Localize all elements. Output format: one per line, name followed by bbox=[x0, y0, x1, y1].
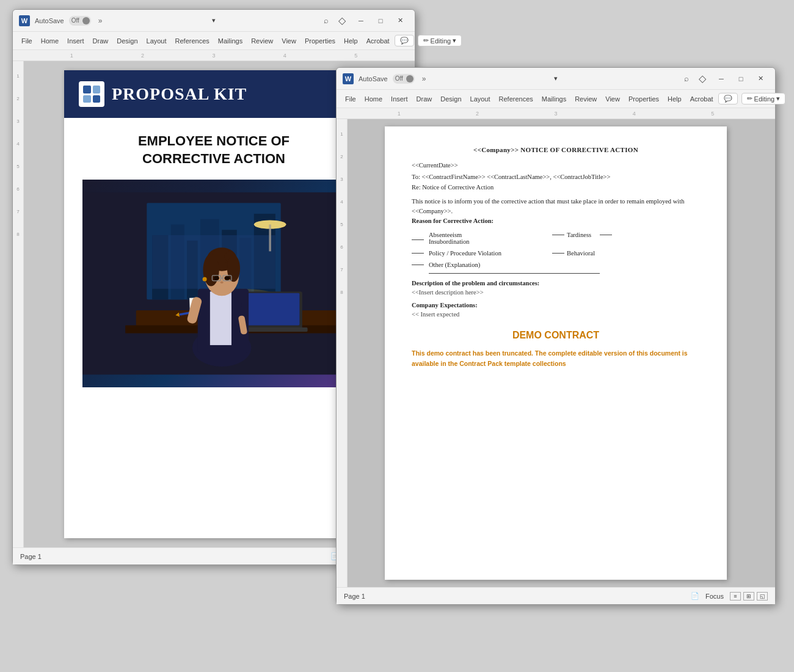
ribbon-prop-back[interactable]: Properties bbox=[301, 35, 339, 46]
ruler-num-front-2: 2 bbox=[340, 154, 343, 159]
checkbox-insubordination: Insubordination bbox=[429, 238, 470, 245]
checkbox-policy: Policy / Procedure Violation bbox=[429, 250, 534, 257]
svg-point-12 bbox=[254, 221, 286, 229]
ribbon-draw-front[interactable]: Draw bbox=[413, 93, 436, 104]
title-dropdown-front[interactable]: ▾ bbox=[554, 75, 558, 82]
diamond-icon-back[interactable]: ◇ bbox=[337, 15, 348, 26]
notice-body: This notice is to inform you of the corr… bbox=[412, 197, 700, 225]
page-icon-front[interactable]: 📄 bbox=[691, 592, 699, 600]
doc-page-back[interactable]: PROPOSAL KIT EMPLOYEE NOTICE OF CORRECTI… bbox=[64, 70, 363, 538]
autosave-label-front: AutoSave bbox=[359, 75, 388, 82]
ribbon-review-back[interactable]: Review bbox=[247, 35, 277, 46]
maximize-button-back[interactable]: □ bbox=[372, 15, 389, 27]
titlebar-center-back: ▾ bbox=[117, 16, 311, 24]
ruler-num-back: 4 bbox=[16, 141, 19, 147]
autosave-toggle-back[interactable]: Off bbox=[69, 16, 91, 26]
ribbon-file-back[interactable]: File bbox=[18, 35, 36, 46]
ruler-num-front-5: 5 bbox=[340, 222, 343, 227]
comment-button-back[interactable]: 💬 bbox=[395, 35, 414, 46]
comment-button-front[interactable]: 💬 bbox=[718, 93, 738, 104]
maximize-button-front[interactable]: □ bbox=[732, 73, 749, 85]
ribbon-layout-front[interactable]: Layout bbox=[467, 93, 494, 104]
svg-point-34 bbox=[203, 254, 219, 287]
editing-chevron-back: ▾ bbox=[453, 37, 456, 45]
view-icon-3-front[interactable]: ◱ bbox=[757, 592, 768, 601]
notice-to: To: <<ContractFirstName>> <<ContractLast… bbox=[412, 173, 700, 180]
ribbon-view-front[interactable]: View bbox=[602, 93, 624, 104]
word-icon-back: W bbox=[19, 15, 30, 26]
ribbon-home-back[interactable]: Home bbox=[37, 35, 62, 46]
editing-label-front: Editing bbox=[754, 95, 775, 103]
ribbon-insert-back[interactable]: Insert bbox=[64, 35, 88, 46]
ribbon-acrobat-front[interactable]: Acrobat bbox=[687, 93, 717, 104]
demo-contract-body: This demo contract has been truncated. T… bbox=[412, 348, 700, 369]
diamond-icon-front[interactable]: ◇ bbox=[697, 73, 708, 84]
comment-icon-front: 💬 bbox=[724, 95, 732, 103]
svg-point-42 bbox=[203, 277, 207, 282]
ribbon-file-front[interactable]: File bbox=[341, 93, 360, 104]
ribbon-acrobat-back[interactable]: Acrobat bbox=[363, 35, 393, 46]
ribbon-mailings-back[interactable]: Mailings bbox=[214, 35, 246, 46]
view-icon-2-front[interactable]: ⊞ bbox=[743, 592, 754, 601]
close-button-front[interactable]: ✕ bbox=[752, 73, 769, 85]
titlebar-center-front: ▾ bbox=[450, 75, 663, 82]
autosave-toggle-front[interactable]: Off bbox=[393, 74, 415, 84]
ribbon-insert-front[interactable]: Insert bbox=[387, 93, 412, 104]
search-icon-back[interactable]: ⌕ bbox=[321, 15, 332, 26]
titlebar-right-back: ⌕ ◇ ─ □ ✕ bbox=[311, 15, 409, 27]
ribbon-review-front[interactable]: Review bbox=[571, 93, 600, 104]
titlebar-front: W AutoSave Off » ▾ ⌕ ◇ ─ □ ✕ bbox=[337, 68, 775, 90]
description-label: Description of the problem and circumsta… bbox=[412, 280, 700, 287]
logo-square-2 bbox=[93, 86, 101, 93]
ribbon-design-back[interactable]: Design bbox=[113, 35, 141, 46]
top-ruler-front: 1 2 3 4 5 bbox=[337, 108, 775, 119]
editing-button-front[interactable]: ✏ Editing ▾ bbox=[741, 93, 786, 104]
titlebar-right-front: ⌕ ◇ ─ □ ✕ bbox=[663, 73, 770, 85]
view-icons-front: ≡ ⊞ ◱ bbox=[730, 592, 768, 601]
ribbon-help-front[interactable]: Help bbox=[664, 93, 685, 104]
ribbon-home-front[interactable]: Home bbox=[361, 93, 386, 104]
dropdown-chevron-front: ▾ bbox=[554, 75, 558, 82]
ribbon-design-front[interactable]: Design bbox=[437, 93, 465, 104]
toggle-knob-front bbox=[406, 75, 413, 82]
ruler-num-back: 5 bbox=[16, 164, 19, 169]
ruler-mark-back: 3 bbox=[212, 53, 215, 59]
minimize-button-front[interactable]: ─ bbox=[713, 73, 730, 85]
editing-button-back[interactable]: ✏ Editing ▾ bbox=[418, 35, 462, 46]
toggle-off-back: Off bbox=[71, 17, 79, 24]
ruler-mark-back: 4 bbox=[283, 53, 286, 59]
statusbar-front: Page 1 📄 Focus ≡ ⊞ ◱ bbox=[337, 587, 775, 604]
title-line2: CORRECTIVE ACTION bbox=[142, 151, 285, 166]
checkbox-absenteeism: Absenteeism bbox=[429, 232, 470, 238]
statusbar-right-front: 📄 Focus ≡ ⊞ ◱ bbox=[691, 592, 768, 601]
ruler-mark-front-4: 4 bbox=[633, 111, 636, 117]
ribbon-draw-back[interactable]: Draw bbox=[89, 35, 112, 46]
title-dropdown-back[interactable]: ▾ bbox=[212, 16, 216, 24]
titlebar-left-front: W AutoSave Off » bbox=[343, 73, 450, 84]
ribbon-references-front[interactable]: References bbox=[495, 93, 537, 104]
ribbon-mailings-front[interactable]: Mailings bbox=[538, 93, 570, 104]
svg-point-40 bbox=[225, 276, 230, 280]
minimize-button-back[interactable]: ─ bbox=[352, 15, 370, 27]
view-icon-1-front[interactable]: ≡ bbox=[730, 592, 741, 601]
win-controls-back: ─ □ ✕ bbox=[352, 15, 409, 27]
ribbon-right-back: 💬 ✏ Editing ▾ bbox=[395, 35, 462, 46]
search-icon-front[interactable]: ⌕ bbox=[681, 73, 692, 84]
logo-square-3 bbox=[83, 95, 91, 103]
expectations-placeholder: << Insert expected bbox=[412, 311, 700, 318]
ribbon-layout-back[interactable]: Layout bbox=[143, 35, 170, 46]
editing-label-back: Editing bbox=[431, 37, 451, 45]
cover-illustration bbox=[82, 180, 345, 387]
notice-re: Re: Notice of Corrective Action bbox=[412, 184, 700, 191]
ribbon-front: File Home Insert Draw Design Layout Refe… bbox=[337, 90, 775, 108]
front-doc-page[interactable]: <<Company>> NOTICE OF CORRECTIVE ACTION … bbox=[385, 126, 727, 580]
doc-wrapper-front: 1 2 3 4 5 6 7 8 <<Company>> NOTICE OF CO… bbox=[337, 119, 775, 587]
close-button-back[interactable]: ✕ bbox=[392, 15, 409, 27]
ribbon-view-back[interactable]: View bbox=[278, 35, 300, 46]
ribbon-help-back[interactable]: Help bbox=[340, 35, 362, 46]
ribbon-right-front: 💬 ✏ Editing ▾ bbox=[718, 93, 786, 104]
ribbon-references-back[interactable]: References bbox=[172, 35, 213, 46]
ribbon-prop-front[interactable]: Properties bbox=[625, 93, 663, 104]
focus-label-front[interactable]: Focus bbox=[705, 593, 724, 600]
autosave-label-back: AutoSave bbox=[35, 17, 64, 24]
